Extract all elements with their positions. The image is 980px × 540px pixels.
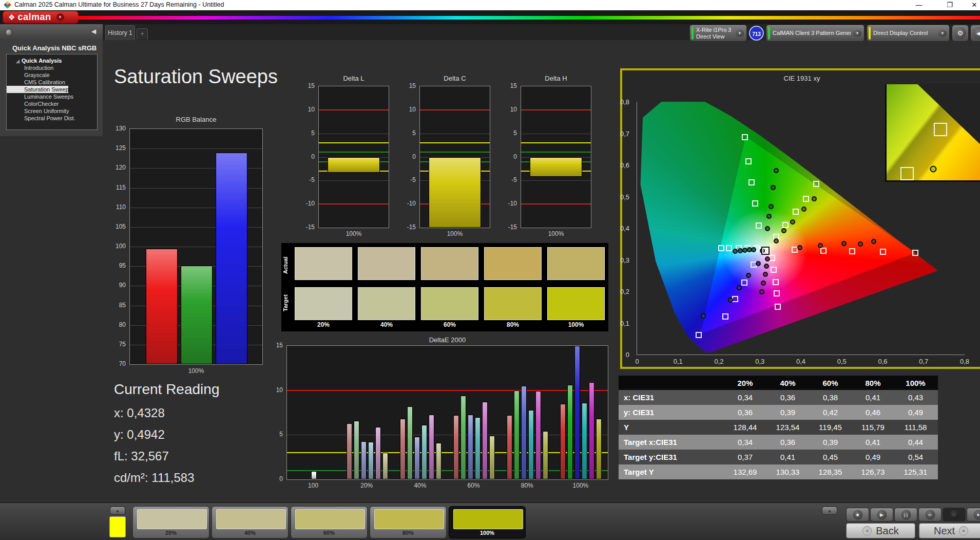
- cie-y-tick-label: 0,8: [620, 98, 629, 106]
- current-reading-value: x: 0,4328: [114, 406, 165, 420]
- sidebar-item-spectral-power-dist[interactable]: Spectral Power Dist.: [7, 115, 97, 122]
- y-tick-label: -15: [407, 224, 416, 231]
- cie-measured-marker-blue: [728, 297, 733, 303]
- meter-count-badge[interactable]: 713: [749, 26, 764, 41]
- table-column-header: 20%: [724, 379, 766, 387]
- y-tick-label: 5: [311, 129, 315, 137]
- chart-bar: [414, 437, 420, 479]
- settings-button[interactable]: ⚙: [952, 25, 969, 42]
- cie-target-marker-green: [745, 158, 752, 164]
- table-cell: 132,69: [724, 468, 766, 476]
- table-cell: 0,41: [766, 453, 809, 461]
- cie-measured-marker-blue: [737, 285, 742, 290]
- next-button[interactable]: Next »: [919, 523, 980, 538]
- minimize-button[interactable]: —: [909, 0, 929, 10]
- pattern-level-label: 100%: [449, 530, 525, 536]
- sidebar-item-luminance-sweeps[interactable]: Luminance Sweeps: [7, 93, 97, 100]
- table-cell: 0,34: [724, 438, 766, 446]
- sidebar-collapse-icon[interactable]: ◀: [91, 28, 96, 35]
- saturation-swatch-panel: ActualTarget20%40%60%80%100%: [281, 243, 608, 331]
- table-row: Target Y132,69130,33128,35126,73125,31: [619, 464, 938, 479]
- display-control-dropdown[interactable]: Direct Display Control ▼: [867, 25, 950, 42]
- table-cell: 0,38: [809, 393, 852, 402]
- table-cell: 0,54: [894, 453, 937, 461]
- meter-dropdown[interactable]: X-Rite i1Pro 3 Direct View ▼: [689, 25, 747, 42]
- tree-root[interactable]: ◢Quick Analysis: [7, 57, 97, 64]
- plot: [419, 86, 490, 228]
- cie-x-axis: [637, 355, 965, 355]
- single-measure-button[interactable]: [-]: [894, 508, 917, 522]
- sidebar-item-colorchecker[interactable]: ColorChecker: [7, 100, 97, 107]
- table-cell: 128,44: [724, 423, 766, 432]
- sync-button[interactable]: ⟳: [943, 508, 966, 522]
- pattern-level-button-100%[interactable]: 100%: [449, 506, 526, 538]
- cie-target-marker-yellow: [793, 209, 799, 215]
- y-tick-label: 80: [119, 321, 126, 328]
- sidebar-item-grayscale[interactable]: Grayscale: [7, 71, 97, 79]
- panel-collapse-button[interactable]: ◀: [970, 25, 980, 42]
- table-row: Target y:CIE310,370,410,450,490,54: [619, 450, 938, 464]
- gridline: [130, 148, 262, 149]
- target-swatch-40%: [358, 287, 415, 320]
- cie-target-marker-green: [752, 200, 758, 207]
- pattern-generator-dropdown[interactable]: CalMAN Client 3 Pattern Generator ▼: [766, 25, 864, 42]
- app-icon: [4, 1, 11, 9]
- cie-x-tick-label: 0,5: [837, 358, 847, 365]
- workflow-title: Quick Analysis NBC sRGB: [12, 44, 97, 52]
- pattern-popup-button[interactable]: ▲: [822, 507, 837, 515]
- sidebar-item-screen-uniformity[interactable]: Screen Uniformity: [7, 107, 97, 115]
- table-cell: 0,39: [809, 438, 852, 446]
- reference-line: [521, 142, 591, 143]
- stop-button[interactable]: ■: [846, 508, 869, 522]
- target-row-label: Target: [282, 288, 291, 318]
- cie-y-tick-label: 0,4: [620, 225, 629, 232]
- pattern-level-label: 80%: [370, 530, 446, 536]
- chart-bar: [530, 157, 582, 177]
- cie-target-marker-red: [880, 249, 886, 255]
- cie-measured-marker-blue: [746, 273, 751, 278]
- cie-measured-marker-yellow: [812, 196, 817, 201]
- calman-menu-button[interactable]: ❖ calman ▼: [3, 11, 79, 24]
- chart-bar: [507, 415, 512, 479]
- table-cell: 0,49: [894, 408, 937, 417]
- sidebar-item-introduction[interactable]: Introduction: [7, 64, 97, 71]
- play-button[interactable]: ▶: [870, 508, 893, 522]
- pattern-level-swatch: [216, 509, 286, 529]
- cie-target-marker-green: [742, 134, 748, 140]
- actual-swatch-40%: [358, 247, 415, 280]
- patch-popup-button[interactable]: ▲: [110, 507, 125, 515]
- table-cell: 0,36: [766, 438, 809, 446]
- window-title: Calman 2025 Calman Ultimate for Business…: [14, 1, 224, 8]
- back-button[interactable]: « Back: [846, 523, 915, 538]
- gear-icon: ⚙: [954, 27, 966, 39]
- maximize-button[interactable]: ❐: [939, 0, 960, 10]
- calman-menu-chevron-icon: ▼: [56, 13, 64, 21]
- reference-line: [521, 152, 591, 153]
- cie-target-marker-red: [820, 248, 827, 254]
- current-patch-swatch[interactable]: [109, 516, 126, 537]
- tab-history-1[interactable]: History 1: [105, 25, 135, 40]
- close-button[interactable]: ✕: [964, 0, 980, 10]
- pattern-level-button-40%[interactable]: 40%: [212, 506, 289, 538]
- cie-inset-measured-marker: [930, 165, 937, 172]
- cie-y-tick-label: 0,6: [620, 161, 629, 169]
- chart-bar: [347, 423, 352, 479]
- sidebar-item-cms-calibration[interactable]: CMS Calibration: [7, 79, 97, 86]
- add-tab-button[interactable]: +: [137, 28, 148, 40]
- read-button[interactable]: ●: [967, 508, 980, 522]
- meter-status-stripe: [691, 27, 694, 40]
- chart-delta-l: Delta L-15-10-5051015100%: [297, 75, 394, 244]
- pattern-generator-chevron-icon: ▼: [853, 30, 861, 37]
- sidebar-item-saturation-sweeps[interactable]: Saturation Sweeps: [7, 86, 68, 93]
- continuous-measure-button[interactable]: ∞: [918, 508, 941, 522]
- workflow-radio-button[interactable]: [5, 29, 13, 36]
- chart-bar: [407, 406, 413, 479]
- cie-measured-marker-yellow: [801, 207, 806, 212]
- table-row: Target x:CIE310,340,360,390,410,44: [619, 435, 938, 450]
- y-tick-label: -10: [508, 200, 517, 207]
- pattern-level-button-20%[interactable]: 20%: [132, 506, 209, 538]
- pattern-level-button-60%[interactable]: 60%: [291, 506, 368, 538]
- chart-bar: [543, 431, 548, 479]
- pattern-level-button-80%[interactable]: 80%: [370, 506, 447, 538]
- table-cell: 0,49: [852, 453, 894, 461]
